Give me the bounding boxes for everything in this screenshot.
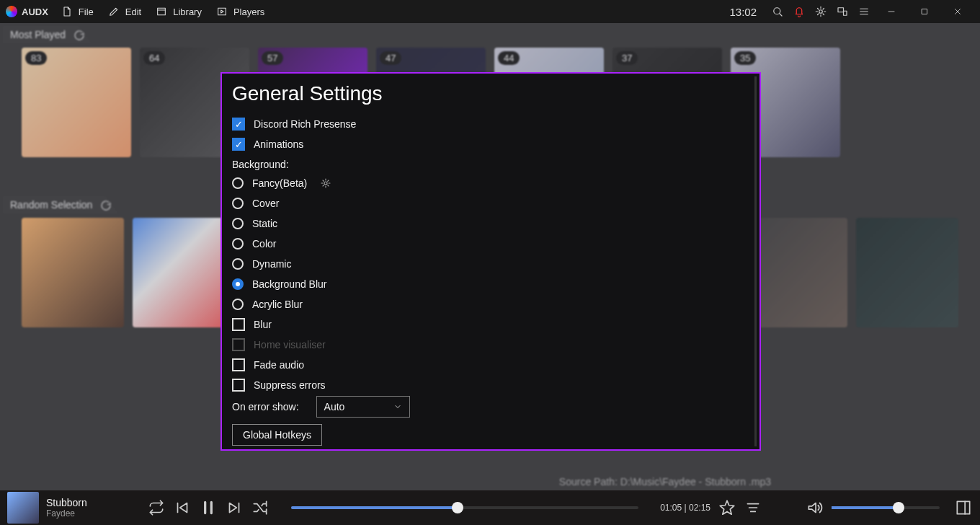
radio-color-label: Color [252, 238, 276, 250]
section-most-played-label: Most Played [10, 29, 66, 40]
gear-icon[interactable] [320, 177, 331, 189]
next-button[interactable] [225, 498, 244, 517]
prev-button[interactable] [173, 498, 192, 517]
on-error-value: Auto [324, 401, 345, 412]
album-art[interactable] [7, 492, 39, 524]
app-name: AUDX [22, 6, 48, 17]
players-icon [216, 6, 228, 17]
chevron-down-icon [393, 402, 402, 411]
opt-home-visualiser: Home visualiser [232, 336, 749, 353]
opt-discord[interactable]: ✓ Discord Rich Presense [232, 115, 749, 133]
radio-icon[interactable] [232, 218, 244, 229]
menu-library-label: Library [173, 6, 202, 17]
radio-color[interactable]: Color [232, 235, 749, 252]
radio-bgblur[interactable]: Background Blur [232, 275, 749, 293]
background-label: Background: [232, 159, 749, 170]
queue-button[interactable] [744, 498, 762, 517]
minimize-button[interactable] [875, 0, 908, 23]
checkbox-icon[interactable] [232, 358, 245, 371]
favorite-button[interactable] [718, 498, 736, 517]
menu-edit[interactable]: Edit [108, 6, 141, 17]
library-icon [156, 6, 167, 17]
play-count: 83 [25, 51, 47, 65]
section-most-played[interactable]: Most Played [3, 26, 92, 43]
menu-players-label: Players [233, 6, 264, 17]
pause-button[interactable] [199, 498, 218, 517]
track-artist: Faydee [46, 508, 140, 519]
progress-knob[interactable] [452, 502, 463, 513]
album-thumb[interactable] [22, 218, 124, 327]
opt-suppress-errors[interactable]: Suppress errors [232, 376, 749, 394]
refresh-icon[interactable] [73, 29, 86, 42]
menu-library[interactable]: Library [156, 6, 202, 17]
svg-point-2 [774, 8, 780, 14]
on-error-label: On error show: [232, 401, 299, 412]
section-random-label: Random Selection [10, 199, 92, 211]
menu-players[interactable]: Players [216, 6, 264, 17]
menu-file-label: File [79, 6, 94, 17]
radio-icon[interactable] [232, 198, 244, 209]
svg-rect-8 [957, 501, 969, 513]
radio-static[interactable]: Static [232, 215, 749, 232]
svg-rect-5 [844, 11, 847, 15]
radio-bgblur-label: Background Blur [252, 278, 327, 290]
close-button[interactable] [941, 0, 974, 23]
svg-rect-0 [158, 8, 166, 14]
volume-icon[interactable] [806, 498, 824, 517]
global-hotkeys-label: Global Hotkeys [243, 429, 311, 441]
checkbox-checked-icon[interactable]: ✓ [232, 138, 245, 151]
opt-blur-label: Blur [254, 319, 272, 330]
radio-static-label: Static [252, 218, 277, 229]
search-icon[interactable] [771, 5, 784, 18]
checkbox-checked-icon[interactable]: ✓ [232, 118, 245, 131]
svg-rect-4 [838, 8, 844, 12]
play-count: 35 [734, 51, 756, 65]
checkbox-icon[interactable] [232, 379, 245, 392]
track-title: Stubborn [46, 497, 140, 508]
shuffle-button[interactable] [251, 498, 270, 517]
opt-discord-label: Discord Rich Presense [254, 118, 356, 130]
opt-animations[interactable]: ✓ Animations [232, 136, 749, 153]
radio-icon[interactable] [232, 238, 244, 250]
album-thumb[interactable]: 83 [22, 48, 131, 157]
repeat-button[interactable] [147, 498, 166, 517]
maximize-button[interactable] [908, 0, 941, 23]
app-logo [6, 6, 17, 17]
radio-fancy[interactable]: Fancy(Beta) [232, 175, 749, 192]
global-hotkeys-button[interactable]: Global Hotkeys [232, 424, 322, 446]
pencil-icon [108, 6, 120, 17]
section-random[interactable]: Random Selection [3, 196, 118, 213]
settings-dialog: General Settings ✓ Discord Rich Presense… [220, 72, 761, 451]
opt-fade-audio-label: Fade audio [254, 359, 304, 371]
refresh-icon[interactable] [99, 199, 112, 212]
player-bar: Stubborn Faydee 01:05 | 02:15 [0, 490, 980, 525]
svg-point-7 [324, 182, 327, 185]
radio-selected-icon[interactable] [232, 278, 244, 290]
volume-track[interactable] [832, 506, 940, 509]
devices-icon[interactable] [836, 5, 849, 18]
checkbox-disabled-icon [232, 338, 245, 351]
radio-icon[interactable] [232, 299, 244, 310]
radio-acrylic[interactable]: Acrylic Blur [232, 296, 749, 313]
bell-icon[interactable] [793, 5, 806, 18]
radio-dynamic[interactable]: Dynamic [232, 255, 749, 273]
opt-home-visualiser-label: Home visualiser [254, 339, 326, 350]
radio-cover[interactable]: Cover [232, 195, 749, 212]
checkbox-icon[interactable] [232, 318, 245, 331]
radio-icon[interactable] [232, 177, 244, 189]
play-count: 37 [616, 51, 638, 65]
on-error-select[interactable]: Auto [316, 396, 410, 418]
play-count: 44 [498, 51, 520, 65]
menubar: AUDX File Edit Library Players 13:02 [0, 0, 980, 23]
menu-file[interactable]: File [61, 6, 94, 17]
radio-icon[interactable] [232, 258, 244, 270]
album-thumb[interactable] [856, 218, 958, 327]
track-meta: Stubborn Faydee [46, 497, 140, 519]
opt-blur[interactable]: Blur [232, 316, 749, 333]
opt-fade-audio[interactable]: Fade audio [232, 356, 749, 374]
gear-icon[interactable] [814, 5, 827, 18]
layout-toggle-button[interactable] [954, 498, 973, 517]
progress-track[interactable] [291, 506, 638, 509]
volume-knob[interactable] [893, 502, 904, 513]
hamburger-icon[interactable] [858, 5, 870, 18]
